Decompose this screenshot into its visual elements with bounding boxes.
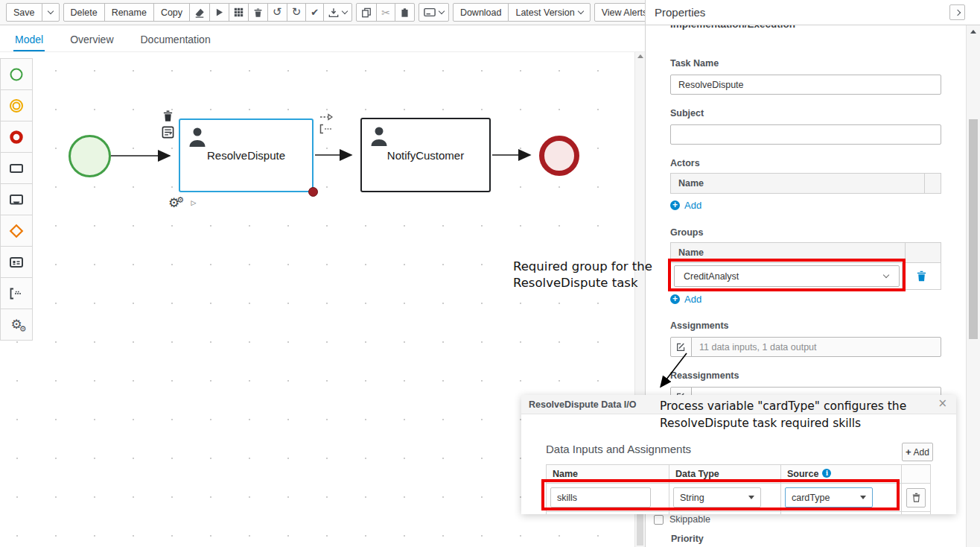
dialog-title: ResolveDispute Data I/O — [529, 399, 637, 410]
delete-label: Delete — [71, 7, 98, 18]
groups-add-label: Add — [684, 294, 701, 305]
edit-form-icon[interactable] — [162, 126, 174, 141]
group-select-value: CreditAnalyst — [684, 271, 739, 282]
tab-overview[interactable]: Overview — [69, 29, 115, 51]
reassignments-label: Reassignments — [670, 370, 739, 381]
groups-name-column-header: Name — [671, 243, 905, 262]
data-io-dialog: ResolveDispute Data I/O × Data Inputs an… — [521, 395, 956, 514]
skippable-checkbox[interactable] — [654, 515, 664, 525]
palette-service-tasks[interactable]: ⚙⚙ — [0, 309, 33, 341]
assignments-summary[interactable]: 11 data inputs, 1 data output — [691, 337, 941, 357]
start-event-node[interactable] — [69, 135, 111, 177]
task-notify-customer[interactable]: NotifyCustomer — [360, 118, 491, 192]
undo-button[interactable]: ↺ — [267, 3, 287, 22]
form-card-icon — [424, 7, 436, 17]
actors-action-column — [924, 174, 941, 193]
redo-button[interactable]: ↻ — [287, 3, 307, 22]
duplicate-icon — [361, 7, 372, 18]
caret-down-icon — [748, 496, 754, 499]
table-row-partial — [546, 512, 931, 514]
clear-eraser-button[interactable] — [189, 3, 210, 22]
tab-model[interactable]: Model — [13, 29, 45, 51]
trash-icon — [253, 7, 263, 18]
delete-group-icon[interactable] — [917, 271, 926, 282]
scroll-up-arrow[interactable] — [970, 30, 976, 34]
lane-icon — [9, 288, 24, 300]
skippable-label: Skippable — [669, 514, 710, 525]
group-select[interactable]: CreditAnalyst — [674, 265, 900, 287]
run-process-button[interactable] — [209, 3, 229, 22]
actors-add-label: Add — [684, 200, 701, 211]
palette-start-event[interactable] — [0, 58, 33, 90]
delete-node-icon[interactable] — [162, 110, 174, 124]
actors-add-link[interactable]: Add — [670, 200, 701, 211]
duplicate-button[interactable] — [356, 3, 377, 22]
save-caret-button[interactable] — [42, 3, 60, 22]
groups-label: Groups — [670, 227, 703, 238]
palette-subprocess[interactable] — [0, 183, 33, 215]
eraser-icon — [194, 7, 205, 18]
export-button[interactable] — [323, 3, 352, 22]
task-name-input[interactable] — [670, 75, 941, 95]
dialog-close-icon[interactable]: × — [938, 396, 947, 410]
create-connector-icon[interactable] — [319, 113, 333, 123]
chevron-down-icon — [342, 8, 348, 14]
delete-button[interactable]: Delete — [63, 3, 105, 22]
groups-add-link[interactable]: Add — [670, 294, 701, 305]
download-button[interactable]: Download — [453, 3, 509, 22]
end-event-node[interactable] — [539, 136, 579, 176]
text-annotation-icon[interactable] — [319, 124, 333, 136]
grid-icon — [234, 7, 244, 17]
info-icon — [822, 469, 831, 478]
cut-button[interactable]: ✂ — [376, 3, 395, 22]
validate-button[interactable]: ✔ — [305, 3, 324, 22]
trash-icon — [912, 493, 920, 502]
edit-assignments-button[interactable] — [670, 337, 692, 357]
data-type-select[interactable]: String — [673, 487, 761, 508]
palette-end-event[interactable] — [0, 121, 33, 153]
tab-documentation[interactable]: Documentation — [139, 29, 212, 51]
assignments-label: Assignments — [670, 320, 729, 331]
delete-row-button[interactable] — [906, 488, 926, 508]
rename-button[interactable]: Rename — [104, 3, 154, 22]
copy-button[interactable]: Copy — [153, 3, 190, 22]
groups-action-column — [905, 243, 941, 262]
group-row-actions — [902, 263, 941, 289]
groups-table-header: Name — [670, 242, 941, 263]
skippable-row: Skippable — [654, 514, 710, 525]
data-inputs-section-title: Data Inputs and Assignments — [546, 443, 691, 455]
properties-header: Properties — [645, 0, 980, 25]
form-generation-button[interactable] — [419, 3, 449, 22]
chevron-down-icon — [47, 8, 53, 14]
grid-button[interactable] — [229, 3, 249, 22]
delete-selection-button[interactable] — [248, 3, 268, 22]
add-data-input-button[interactable]: +Add — [902, 443, 933, 461]
properties-scrollbar-thumb[interactable] — [969, 119, 978, 339]
subprocess-icon — [9, 192, 24, 207]
chevron-down-icon — [577, 8, 583, 14]
latest-version-dropdown[interactable]: Latest Version — [508, 3, 590, 22]
task-resolve-dispute[interactable]: ResolveDispute — [179, 118, 314, 192]
paste-button[interactable] — [395, 3, 415, 22]
subject-label: Subject — [670, 108, 704, 118]
plus-circle-icon — [670, 294, 680, 304]
add-label: Add — [914, 447, 929, 458]
collapse-panel-button[interactable] — [949, 4, 965, 20]
palette-intermediate-event[interactable] — [0, 89, 33, 121]
source-select[interactable]: cardType — [785, 487, 873, 508]
canvas-scrollbar-thumb[interactable] — [637, 513, 643, 546]
gear-menu-icon[interactable]: ⚙⚙ ▷ — [168, 195, 195, 210]
priority-label: Priority — [671, 534, 704, 544]
caret-down-icon — [860, 496, 866, 499]
palette-gateway[interactable] — [0, 215, 33, 247]
subject-input[interactable] — [670, 124, 941, 145]
task-error-dot — [308, 187, 318, 197]
data-input-name-field[interactable] — [550, 487, 651, 508]
chevron-down-icon — [883, 272, 889, 278]
save-button[interactable]: Save — [6, 3, 42, 22]
palette-data-object[interactable] — [0, 246, 33, 278]
plus-circle-icon — [670, 200, 680, 210]
scroll-up-arrow[interactable] — [637, 54, 643, 58]
palette-lane[interactable] — [0, 277, 33, 309]
palette-task[interactable] — [0, 152, 33, 184]
